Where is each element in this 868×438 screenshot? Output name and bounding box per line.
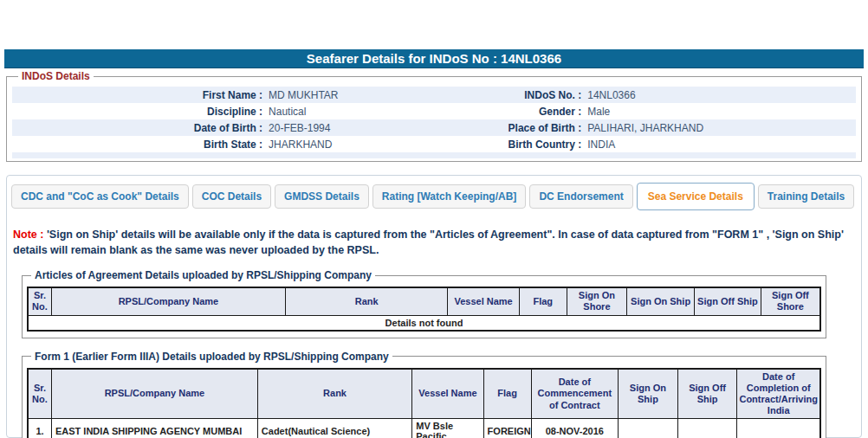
col-date-completion: Date of Completion of Contract/Arriving … <box>737 369 820 419</box>
articles-of-agreement-section: Articles of Agreement Details uploaded b… <box>22 269 826 338</box>
birth-country-label: Birth Country : <box>496 138 587 151</box>
first-name-label: First Name : <box>12 89 269 101</box>
form1-header-row: Sr. No. RPSL/Company Name Rank Vessel Na… <box>28 369 820 419</box>
cell-sign-off-ship <box>677 419 737 438</box>
cell-date-commencement: 08-NOV-2016 <box>531 419 619 438</box>
col-flag: Flag <box>519 287 567 315</box>
indos-details-section: INDoS Details First Name : MD MUKHTAR IN… <box>6 70 862 162</box>
indos-row-1: First Name : MD MUKHTAR INDoS No. : 14NL… <box>12 87 856 103</box>
form1-legend: Form 1 (Earlier Form IIIA) Details uploa… <box>31 351 392 363</box>
indos-row-3: Date of Birth : 20-FEB-1994 Place of Bir… <box>12 119 856 136</box>
note-prefix: Note : <box>13 229 47 241</box>
col-rpsl-company: RPSL/Company Name <box>51 369 257 419</box>
tab-coc-details[interactable]: COC Details <box>192 184 271 209</box>
place-of-birth-value: PALIHARI, JHARKHAND <box>587 122 856 134</box>
tab-gmdss-details[interactable]: GMDSS Details <box>275 184 369 209</box>
cell-flag: FOREIGN <box>483 419 531 438</box>
details-not-found-message: Details not found <box>28 315 820 331</box>
col-sign-on-shore: Sign On Shore <box>567 287 627 315</box>
discipline-value: Nautical <box>269 106 496 118</box>
col-vessel-name: Vessel Name <box>412 369 483 419</box>
tab-rating-watch-keeping-ab[interactable]: Rating [Watch Keeping/AB] <box>372 184 527 209</box>
note: Note : 'Sign on Ship' details will be av… <box>13 227 852 258</box>
gender-label: Gender : <box>496 106 587 118</box>
col-vessel-name: Vessel Name <box>448 287 519 315</box>
tab-training-details[interactable]: Training Details <box>758 184 854 209</box>
first-name-value: MD MUKHTAR <box>269 89 496 101</box>
indos-no-label: INDoS No. : <box>496 89 587 101</box>
cell-sr-no: 1. <box>28 419 51 438</box>
form1-table: Sr. No. RPSL/Company Name Rank Vessel Na… <box>27 368 821 438</box>
cell-rank: Cadet(Nautical Science) <box>257 419 411 438</box>
col-date-commencement: Date of Commencement of Contract <box>531 369 619 419</box>
tab-dc-endorsement[interactable]: DC Endorsement <box>529 184 632 209</box>
tab-cdc-coc-as-cook-details[interactable]: CDC and "CoC as Cook" Details <box>11 184 189 209</box>
cell-sign-on-ship <box>619 419 678 438</box>
tab-sea-service-details[interactable]: Sea Service Details <box>637 183 755 210</box>
col-sign-off-shore: Sign Off Shore <box>761 287 820 315</box>
col-sign-on-ship: Sign On Ship <box>619 369 678 419</box>
col-sr-no: Sr. No. <box>28 369 51 419</box>
date-of-birth-value: 20-FEB-1994 <box>269 122 496 134</box>
col-rank: Rank <box>285 287 448 315</box>
cell-vessel-name: MV Bsle Pacific <box>412 419 483 438</box>
place-of-birth-label: Place of Birth : <box>496 122 587 134</box>
indos-row-2: Discipline : Nautical Gender : Male <box>12 103 856 119</box>
col-sign-off-ship: Sign Off Ship <box>694 287 761 315</box>
articles-header-row: Sr. No. RPSL/Company Name Rank Vessel Na… <box>28 287 820 315</box>
note-text: 'Sign on Ship' details will be available… <box>13 229 844 256</box>
articles-table: Sr. No. RPSL/Company Name Rank Vessel Na… <box>27 287 821 331</box>
articles-empty-row: Details not found <box>28 315 820 331</box>
col-sign-off-ship: Sign Off Ship <box>677 369 737 419</box>
form1-data-row: 1. EAST INDIA SHIPPING AGENCY MUMBAI Cad… <box>28 419 820 438</box>
indos-no-value: 14NL0366 <box>587 89 856 101</box>
birth-country-value: INDIA <box>587 138 856 151</box>
col-rank: Rank <box>257 369 411 419</box>
col-sign-on-ship: Sign On Ship <box>627 287 695 315</box>
gender-value: Male <box>587 106 856 118</box>
birth-state-value: JHARKHAND <box>269 138 496 151</box>
articles-legend: Articles of Agreement Details uploaded b… <box>31 269 375 281</box>
tab-bar: CDC and "CoC as Cook" Details COC Detail… <box>11 184 861 209</box>
indos-bottom-strip <box>12 152 856 158</box>
cell-rpsl-company: EAST INDIA SHIPPING AGENCY MUMBAI <box>51 419 257 438</box>
page-title: Seafarer Details for INDoS No : 14NL0366 <box>4 49 864 68</box>
indos-row-4: Birth State : JHARKHAND Birth Country : … <box>12 136 856 152</box>
discipline-label: Discipline : <box>12 106 269 118</box>
date-of-birth-label: Date of Birth : <box>12 122 269 134</box>
col-flag: Flag <box>483 369 531 419</box>
form1-section: Form 1 (Earlier Form IIIA) Details uploa… <box>22 351 826 438</box>
indos-details-legend: INDoS Details <box>18 70 94 82</box>
tab-content-panel: CDC and "CoC as Cook" Details COC Detail… <box>6 175 862 438</box>
col-rpsl-company: RPSL/Company Name <box>51 287 285 315</box>
cell-date-completion <box>737 419 820 438</box>
col-sr-no: Sr. No. <box>28 287 51 315</box>
birth-state-label: Birth State : <box>12 138 269 151</box>
